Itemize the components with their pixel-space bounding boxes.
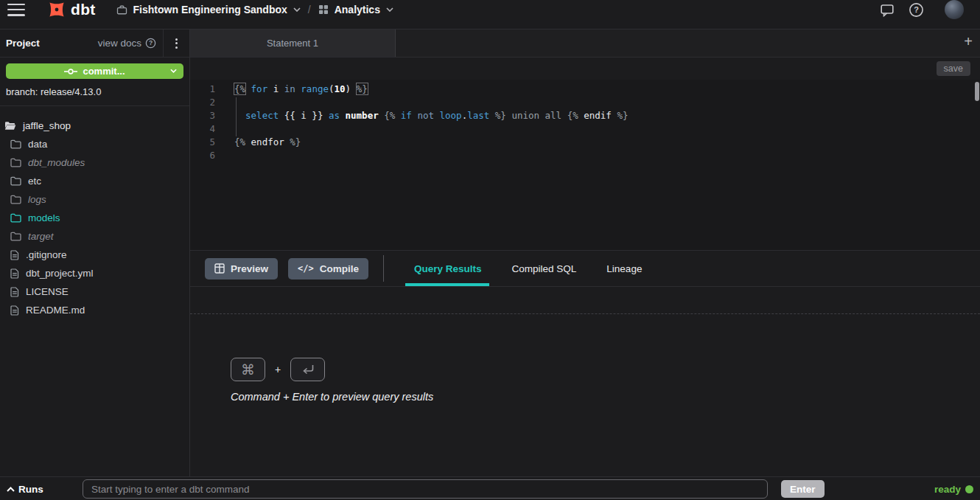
- preview-button[interactable]: Preview: [205, 258, 278, 279]
- tree-item-readme-md[interactable]: README.md: [0, 301, 189, 319]
- tree-item-label: etc: [28, 176, 41, 187]
- indent-guide: [236, 97, 237, 136]
- topbar-right: ?: [880, 0, 970, 19]
- new-tab-button[interactable]: +: [964, 34, 973, 49]
- chevron-down-icon: [293, 7, 301, 12]
- chat-icon[interactable]: [880, 3, 895, 17]
- results-toolbar: Preview </> Compile Query ResultsCompile…: [190, 251, 980, 287]
- tree-item-label: models: [28, 212, 60, 223]
- bottom-bar: Runs Enter ready: [0, 476, 980, 500]
- dbt-logo-text: dbt: [71, 1, 96, 18]
- tree-item-label: target: [28, 231, 54, 242]
- commit-button[interactable]: commit...: [6, 63, 183, 79]
- help-icon[interactable]: ?: [909, 2, 924, 18]
- folder-icon: [10, 176, 21, 186]
- code-line-5[interactable]: 5{% endfor %}: [190, 136, 980, 149]
- tree-item-data[interactable]: data: [0, 135, 189, 153]
- svg-text:?: ?: [149, 39, 153, 46]
- line-number: 6: [190, 149, 215, 162]
- dbt-cloud-ide: dbt Fishtown Engineering Sandbox / Analy…: [0, 0, 980, 500]
- editor-toolbar: save: [190, 58, 980, 80]
- tree-item-jaffle-shop[interactable]: jaffle_shop: [0, 117, 189, 135]
- folder-icon: [10, 195, 21, 204]
- chevron-down-icon: [170, 69, 177, 73]
- topbar: dbt Fishtown Engineering Sandbox / Analy…: [0, 0, 980, 29]
- git-commit-icon: [64, 68, 77, 75]
- hamburger-menu-icon[interactable]: [7, 4, 25, 16]
- file-icon: [10, 250, 19, 260]
- tree-item-logs[interactable]: logs: [0, 190, 189, 209]
- result-tabs: Query ResultsCompiled SQLLineage: [414, 251, 672, 286]
- results-body: ⌘ + Command + Enter to preview query res…: [190, 314, 980, 476]
- tree-item-label: logs: [28, 194, 46, 205]
- sidebar: Project view docs ? commit... branch:: [0, 29, 190, 476]
- line-number: 3: [190, 109, 215, 122]
- folder-open-icon: [4, 121, 16, 131]
- line-number: 4: [190, 122, 215, 136]
- dbt-command-input[interactable]: [83, 479, 768, 499]
- file-icon: [10, 305, 19, 316]
- editor-scrollbar[interactable]: [975, 82, 979, 101]
- tree-item-label: data: [28, 139, 47, 150]
- code-text: select {{ i }} as number {% if not loop.…: [215, 109, 628, 122]
- editor-tabbar: Statement 1 +: [190, 29, 980, 58]
- breadcrumb-separator: /: [308, 4, 311, 15]
- code-line-6[interactable]: 6: [190, 149, 980, 162]
- tree-item-target[interactable]: target: [0, 227, 189, 246]
- folder-icon: [10, 213, 21, 223]
- status-dot-icon: [965, 485, 973, 493]
- project-panel-title: Project: [6, 38, 40, 49]
- main-pane: Statement 1 + save 1{% for i in range(10…: [190, 29, 980, 476]
- code-text: [215, 96, 234, 109]
- tree-item-label: README.md: [26, 305, 85, 316]
- runs-toggle[interactable]: Runs: [7, 477, 43, 500]
- tree-item-models[interactable]: models: [0, 209, 189, 227]
- table-icon: [214, 263, 225, 274]
- code-line-3[interactable]: 3 select {{ i }} as number {% if not loo…: [190, 109, 980, 122]
- tab-lineage[interactable]: Lineage: [606, 251, 642, 286]
- code-line-4[interactable]: 4: [190, 122, 980, 136]
- enter-button[interactable]: Enter: [781, 480, 825, 498]
- code-text: [215, 149, 234, 162]
- code-line-1[interactable]: 1{% for i in range(10) %}: [190, 83, 980, 96]
- chevron-down-icon: [386, 7, 393, 12]
- tree-item-dbt-project-yml[interactable]: dbt_project.yml: [0, 264, 189, 282]
- tab-compiled-sql[interactable]: Compiled SQL: [512, 251, 577, 286]
- shortcut-keys: ⌘ +: [231, 358, 980, 381]
- tree-item-etc[interactable]: etc: [0, 172, 189, 190]
- results-subbar: [190, 287, 980, 314]
- briefcase-icon: [116, 4, 127, 15]
- code-line-2[interactable]: 2: [190, 96, 980, 109]
- code-editor[interactable]: 1{% for i in range(10) %}23 select {{ i …: [190, 80, 980, 251]
- tree-item-label: dbt_modules: [28, 157, 85, 168]
- sidebar-menu-button[interactable]: [163, 29, 189, 57]
- command-key-icon: ⌘: [231, 358, 265, 381]
- compile-button[interactable]: </> Compile: [288, 258, 368, 279]
- help-circle-icon: ?: [145, 38, 156, 49]
- account-name: Fishtown Engineering Sandbox: [133, 4, 287, 15]
- tab-statement-1[interactable]: Statement 1: [190, 29, 396, 57]
- tree-item-label: LICENSE: [26, 286, 69, 297]
- status-indicator: ready: [934, 477, 973, 500]
- tree-item-license[interactable]: LICENSE: [0, 282, 189, 301]
- file-tree: jaffle_shopdatadbt_modulesetclogsmodelst…: [0, 106, 189, 319]
- folder-icon: [10, 139, 21, 149]
- save-button[interactable]: save: [937, 61, 970, 76]
- grid-icon: [318, 4, 329, 15]
- project-switcher[interactable]: Analytics: [318, 4, 393, 15]
- view-docs-link[interactable]: view docs ?: [98, 38, 163, 49]
- avatar[interactable]: [945, 0, 964, 19]
- tree-item-dbt-modules[interactable]: dbt_modules: [0, 153, 189, 172]
- tab-query-results[interactable]: Query Results: [414, 251, 482, 286]
- project-name: Analytics: [335, 4, 380, 15]
- account-switcher[interactable]: Fishtown Engineering Sandbox: [116, 4, 301, 15]
- tree-item--gitignore[interactable]: .gitignore: [0, 246, 189, 264]
- tree-item-label: dbt_project.yml: [26, 268, 94, 279]
- preview-hint: Command + Enter to preview query results: [231, 391, 980, 403]
- code-icon: </>: [298, 263, 314, 274]
- sidebar-header: Project view docs ?: [0, 29, 189, 58]
- tree-item-label: .gitignore: [26, 249, 67, 260]
- line-number: 2: [190, 96, 215, 109]
- toolbar-divider: [383, 255, 384, 282]
- folder-icon: [10, 232, 21, 241]
